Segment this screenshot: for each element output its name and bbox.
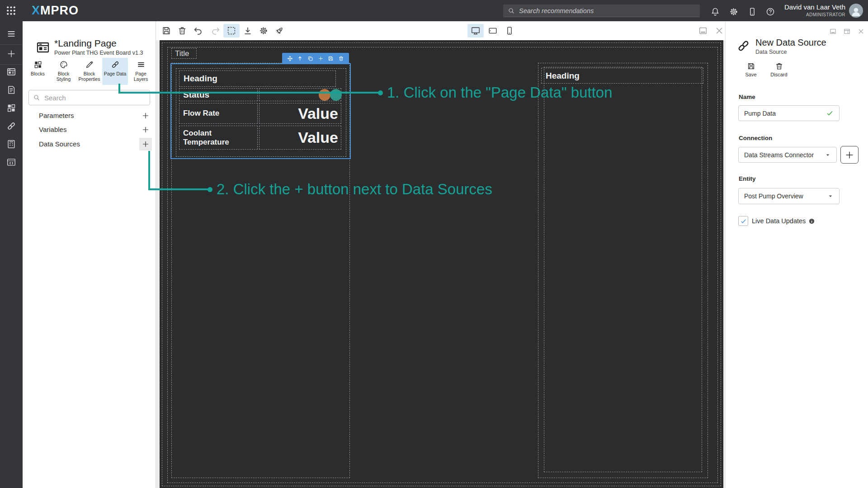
flow-rate-value: Value <box>259 103 341 123</box>
close-panel-icon[interactable] <box>857 28 865 35</box>
page-layers-button[interactable]: Page Layers <box>128 58 154 85</box>
coolant-temp-label-cell[interactable]: Coolant Temperature <box>179 126 258 150</box>
help-icon[interactable] <box>765 7 775 17</box>
duplicate-block-icon[interactable] <box>307 56 313 61</box>
blocks-button[interactable]: Blocks <box>25 58 51 85</box>
info-icon[interactable] <box>808 218 815 225</box>
rail-templates-icon[interactable] <box>6 157 16 167</box>
add-block-icon[interactable] <box>318 56 324 61</box>
save-button[interactable]: Save <box>739 62 763 77</box>
rail-new-icon[interactable] <box>6 49 16 59</box>
save-label: Save <box>739 72 763 77</box>
valid-check-icon <box>826 109 834 117</box>
close-canvas-icon[interactable] <box>714 26 724 36</box>
search-icon <box>508 7 515 14</box>
recommendations-search-input[interactable] <box>519 7 695 14</box>
rail-menu-icon[interactable] <box>6 29 16 39</box>
mobile-app-icon[interactable] <box>747 7 757 17</box>
page-layers-label: Page Layers <box>128 71 154 82</box>
save-icon <box>747 62 755 70</box>
section-data-sources[interactable]: Data Sources <box>23 137 156 151</box>
logo-rest: MPRO <box>40 4 79 17</box>
coolant-temp-label: Coolant Temperature <box>179 126 257 149</box>
tablet-view-icon[interactable] <box>488 26 498 36</box>
connection-value: Data Streams Connector <box>744 151 825 159</box>
add-data-source-button[interactable] <box>139 138 152 150</box>
page-data-button[interactable]: Page Data <box>102 58 128 85</box>
settings-gear-icon[interactable] <box>729 7 739 17</box>
design-canvas[interactable]: Title Heading Status Flow Rate <box>160 40 723 488</box>
live-data-updates-checkbox[interactable] <box>738 216 748 226</box>
panel-subtitle: Data Source <box>755 49 787 55</box>
canvas-title-block[interactable]: Title <box>171 48 197 59</box>
name-value: Pump Data <box>744 110 826 117</box>
mobile-view-icon[interactable] <box>505 26 514 36</box>
rail-data-icon[interactable] <box>6 121 16 131</box>
add-connection-button[interactable] <box>840 146 859 164</box>
xmpro-app: XMPRO David van Laar Veth ADMINISTRATOR … <box>0 0 868 488</box>
desktop-view-icon[interactable] <box>471 26 481 36</box>
save-page-icon[interactable] <box>161 26 171 36</box>
page-settings-icon[interactable] <box>259 26 269 36</box>
save-block-icon[interactable] <box>328 56 334 61</box>
flow-rate-value-cell[interactable]: Value <box>259 103 341 124</box>
add-parameter-button[interactable] <box>139 109 152 122</box>
app-launcher-icon[interactable] <box>5 5 17 16</box>
discard-button[interactable]: Discard <box>767 62 791 77</box>
right-column-block[interactable]: Heading <box>538 63 708 478</box>
user-avatar[interactable] <box>849 4 863 18</box>
annotation2-text: 2. Click the + button next to Data Sourc… <box>217 181 492 198</box>
section-parameters[interactable]: Parameters <box>23 108 156 122</box>
trash-icon <box>775 62 783 70</box>
annotation1-line-horizontal <box>118 92 380 94</box>
annotation2-line-horizontal <box>148 188 210 190</box>
rail-widgets-icon[interactable] <box>6 139 16 149</box>
right-heading-text: Heading <box>542 68 703 81</box>
collapse-panel-icon[interactable] <box>698 26 708 36</box>
move-block-icon[interactable] <box>287 56 293 61</box>
coolant-temp-value-cell[interactable]: Value <box>259 126 341 150</box>
dock-panel-icon[interactable] <box>829 28 837 35</box>
page-designer-panel: *Landing Page Power Plant THG Event Boar… <box>23 21 156 488</box>
status-label-cell[interactable]: Status <box>179 88 258 101</box>
page-data-label: Page Data <box>102 71 128 76</box>
status-indicator-teal <box>330 89 342 101</box>
panel-search-input[interactable] <box>44 94 146 102</box>
section-variables[interactable]: Variables <box>23 122 156 136</box>
block-styling-button[interactable]: Block Styling <box>51 58 76 85</box>
logo-x: X <box>32 4 40 17</box>
publish-rocket-icon[interactable] <box>274 26 284 36</box>
entity-label: Entity <box>739 175 756 182</box>
connection-select[interactable]: Data Streams Connector <box>738 147 837 163</box>
plus-icon <box>142 112 150 120</box>
entity-select[interactable]: Post Pump Overview <box>738 188 840 204</box>
rail-pages-icon[interactable] <box>6 85 16 95</box>
rail-boards-icon[interactable] <box>6 67 16 77</box>
rail-blocks-icon[interactable] <box>6 103 16 113</box>
expand-panel-icon[interactable] <box>843 28 851 35</box>
canvas-toolbar <box>156 21 725 40</box>
name-field[interactable]: Pump Data <box>738 105 840 121</box>
selected-block[interactable]: Heading Status Flow Rate Value Coolant T… <box>170 63 351 159</box>
data-sources-label: Data Sources <box>39 140 80 148</box>
block-properties-button[interactable]: Block Properties <box>76 58 102 85</box>
delete-icon[interactable] <box>177 26 187 36</box>
block-styling-label: Block Styling <box>51 71 76 82</box>
blocks-label: Blocks <box>25 71 51 76</box>
page-icon <box>34 40 52 55</box>
right-heading-block[interactable]: Heading <box>541 68 703 84</box>
move-up-icon[interactable] <box>297 56 303 61</box>
add-variable-button[interactable] <box>139 123 152 136</box>
redo-icon[interactable] <box>211 26 221 36</box>
download-icon[interactable] <box>243 26 253 36</box>
select-tool-icon[interactable] <box>226 26 236 36</box>
heading-block[interactable]: Heading <box>179 70 336 87</box>
connection-label: Connection <box>739 135 772 141</box>
notifications-bell-icon[interactable] <box>710 7 720 17</box>
flow-rate-label-cell[interactable]: Flow Rate <box>179 103 258 124</box>
annotation1-dot <box>378 90 383 95</box>
status-indicator-orange <box>319 89 330 101</box>
undo-icon[interactable] <box>193 26 203 36</box>
delete-block-icon[interactable] <box>338 56 344 61</box>
user-role: ADMINISTRATOR <box>784 12 845 17</box>
